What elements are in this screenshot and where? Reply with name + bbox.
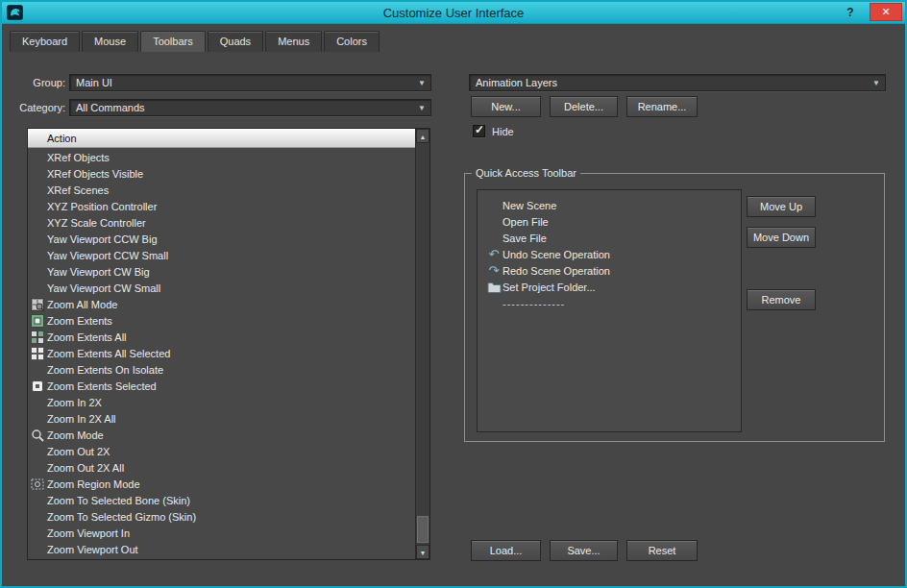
group-dropdown[interactable]: Main UI ▼ xyxy=(69,74,431,91)
group-dropdown-value: Main UI xyxy=(76,77,112,88)
action-item-label: Zoom Viewport Out xyxy=(47,544,138,555)
reset-button[interactable]: Reset xyxy=(626,540,698,561)
action-list-item[interactable]: Zoom Extents All Selected xyxy=(28,345,415,361)
action-item-label: Yaw Viewport CW Small xyxy=(47,282,160,294)
hide-checkbox[interactable]: ✓ xyxy=(473,125,485,137)
action-list-item[interactable]: XYZ Position Controller xyxy=(28,198,415,214)
folder-icon xyxy=(485,282,503,293)
zoom-mode-icon xyxy=(28,429,47,442)
window-title: Customize User Interface xyxy=(2,2,905,24)
delete-button[interactable]: Delete... xyxy=(550,96,618,117)
qat-item-label: New Scene xyxy=(503,200,556,211)
action-item-label: Yaw Viewport CCW Big xyxy=(47,233,158,245)
check-icon: ✓ xyxy=(475,123,484,136)
remove-button[interactable]: Remove xyxy=(747,289,816,310)
action-item-label: XRef Objects xyxy=(47,152,110,163)
category-dropdown-value: All Commands xyxy=(76,102,145,113)
tab-bar: KeyboardMouseToolbarsQuadsMenusColors xyxy=(10,31,380,52)
action-list-item[interactable]: Zoom Region Mode xyxy=(28,476,415,492)
action-item-label: Zoom Region Mode xyxy=(47,478,140,490)
action-item-label: Zoom Extents Selected xyxy=(47,380,157,392)
qat-list-item[interactable]: Set Project Folder... xyxy=(478,279,741,295)
new-button[interactable]: New... xyxy=(471,96,541,117)
scroll-up-icon[interactable]: ▲ xyxy=(416,129,429,143)
tab-toolbars[interactable]: Toolbars xyxy=(140,31,206,52)
action-list-item[interactable]: Yaw Viewport CW Small xyxy=(28,280,415,296)
close-button[interactable]: ✕ xyxy=(870,3,902,21)
zoom-extents-all-selected-icon xyxy=(28,347,47,360)
category-dropdown[interactable]: All Commands ▼ xyxy=(69,99,431,116)
action-item-label: Zoom Viewport In xyxy=(47,527,130,539)
zoom-region-mode-icon xyxy=(28,478,47,491)
qat-item-label: Open File xyxy=(503,216,549,228)
action-list-item[interactable]: Zoom All Mode xyxy=(28,296,415,312)
scrollbar-thumb[interactable] xyxy=(417,516,429,543)
action-list-item[interactable]: Zoom In 2X All xyxy=(28,410,415,427)
action-item-label: XRef Scenes xyxy=(47,184,109,196)
move-up-button[interactable]: Move Up xyxy=(747,196,816,217)
rename-button[interactable]: Rename... xyxy=(626,96,698,117)
action-list-item[interactable]: Zoom Viewport In xyxy=(28,525,415,541)
qat-item-label: Set Project Folder... xyxy=(503,282,596,293)
action-item-label: Yaw Viewport CCW Small xyxy=(47,250,168,261)
action-list-item[interactable]: Zoom To Selected Bone (Skin) xyxy=(28,492,415,508)
tab-colors[interactable]: Colors xyxy=(324,31,380,52)
qat-list-item[interactable]: Open File xyxy=(478,213,741,230)
action-item-label: Zoom Mode xyxy=(47,429,104,441)
action-item-label: Zoom To Selected Gizmo (Skin) xyxy=(47,511,196,523)
action-list-item[interactable]: Zoom Extents All xyxy=(28,329,415,345)
action-list-item[interactable]: Yaw Viewport CCW Big xyxy=(28,231,415,247)
action-item-label: Zoom In 2X All xyxy=(47,413,116,425)
help-button[interactable]: ? xyxy=(838,4,863,22)
action-item-label: Yaw Viewport CW Big xyxy=(47,266,150,278)
action-list-item[interactable]: Zoom Viewport Out xyxy=(28,541,415,557)
qat-list-item[interactable]: ↶Undo Scene Operation xyxy=(478,246,741,262)
scroll-down-icon[interactable]: ▼ xyxy=(416,545,429,559)
action-list-item[interactable]: Zoom Out 2X xyxy=(28,443,415,459)
action-list-item[interactable]: Zoom Extents On Isolate xyxy=(28,361,415,378)
qat-list-item[interactable]: New Scene xyxy=(478,197,741,213)
action-list-item[interactable]: XRef Objects Visible xyxy=(28,165,415,182)
undo-icon: ↶ xyxy=(485,248,503,260)
qat-list-item[interactable]: ↷Redo Scene Operation xyxy=(478,262,741,279)
load-button[interactable]: Load... xyxy=(471,540,541,561)
tab-mouse[interactable]: Mouse xyxy=(82,31,138,52)
toolbar-dropdown[interactable]: Animation Layers ▼ xyxy=(469,74,886,91)
action-list-item[interactable]: Yaw Viewport CCW Small xyxy=(28,247,415,263)
action-item-label: Zoom Extents All Selected xyxy=(47,348,170,359)
tab-keyboard[interactable]: Keyboard xyxy=(10,31,80,52)
tab-menus[interactable]: Menus xyxy=(265,31,322,52)
redo-icon: ↷ xyxy=(485,264,503,277)
action-list-item[interactable]: Zoom In 2X xyxy=(28,394,415,410)
qat-item-label: Save File xyxy=(503,233,547,244)
title-bar[interactable]: Customize User Interface ? ✕ xyxy=(2,2,905,24)
action-list-item[interactable]: Yaw Viewport CW Big xyxy=(28,263,415,280)
action-list-item[interactable]: Zoom Extents xyxy=(28,312,415,329)
move-down-button[interactable]: Move Down xyxy=(747,227,816,248)
action-item-label: Zoom In 2X xyxy=(47,397,102,408)
action-items: XRef ObjectsXRef Objects VisibleXRef Sce… xyxy=(28,149,415,559)
action-list-item[interactable]: Zoom Extents Selected xyxy=(28,378,415,394)
save-button[interactable]: Save... xyxy=(550,540,618,561)
action-list-item[interactable]: Zoom Out 2X All xyxy=(28,459,415,476)
action-item-label: Zoom Extents xyxy=(47,315,112,327)
close-icon: ✕ xyxy=(881,6,890,17)
zoom-extents-all-icon xyxy=(28,331,47,344)
action-item-label: XYZ Position Controller xyxy=(47,201,157,212)
action-list-item[interactable]: Zoom Mode xyxy=(28,427,415,443)
action-list-item[interactable]: XRef Scenes xyxy=(28,182,415,198)
qat-list-item[interactable]: Save File xyxy=(478,230,741,246)
action-list-item[interactable]: Zoom To Selected Gizmo (Skin) xyxy=(28,508,415,525)
action-list-item[interactable]: XYZ Scale Controller xyxy=(28,214,415,231)
action-list-item[interactable]: XRef Objects xyxy=(28,149,415,165)
qat-list-item-separator[interactable]: -------------- xyxy=(478,295,741,311)
action-list: Action XRef ObjectsXRef Objects VisibleX… xyxy=(27,128,430,560)
chevron-down-icon: ▼ xyxy=(418,79,426,87)
action-item-label: Zoom Out 2X xyxy=(47,446,110,457)
toolbar-dropdown-value: Animation Layers xyxy=(476,77,557,88)
action-list-scrollbar[interactable]: ▲ ▼ xyxy=(415,129,429,559)
quick-access-toolbar-group: Quick Access Toolbar New SceneOpen FileS… xyxy=(464,173,885,442)
tab-quads[interactable]: Quads xyxy=(208,31,263,52)
quick-access-toolbar-title: Quick Access Toolbar xyxy=(472,167,580,179)
chevron-down-icon: ▼ xyxy=(418,104,426,112)
